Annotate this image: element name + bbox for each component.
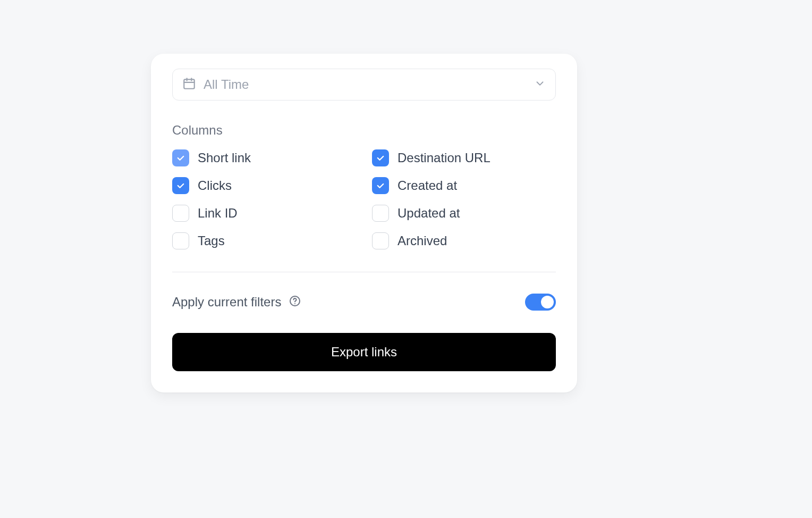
time-range-label: All Time (204, 77, 527, 92)
checkbox[interactable] (172, 232, 189, 249)
columns-grid: Short linkDestination URLClicksCreated a… (172, 149, 556, 249)
calendar-icon (182, 77, 196, 93)
column-label: Created at (397, 178, 457, 193)
column-label: Link ID (198, 206, 238, 221)
filters-toggle[interactable] (525, 294, 556, 311)
column-label: Short link (198, 151, 251, 165)
checkbox[interactable] (372, 205, 389, 222)
filters-label-group: Apply current filters (172, 295, 301, 310)
divider (172, 272, 556, 272)
column-label: Destination URL (397, 151, 490, 165)
filters-label: Apply current filters (172, 295, 281, 310)
checkbox[interactable] (372, 149, 389, 166)
column-checkbox-item[interactable]: Created at (372, 177, 556, 194)
svg-rect-0 (184, 79, 194, 88)
help-icon[interactable] (289, 295, 301, 310)
column-checkbox-item[interactable]: Tags (172, 232, 356, 249)
toggle-knob (541, 296, 554, 308)
time-range-select[interactable]: All Time (172, 69, 556, 101)
checkbox[interactable] (372, 177, 389, 194)
chevron-down-icon (534, 78, 546, 91)
column-checkbox-item[interactable]: Archived (372, 232, 556, 249)
column-label: Clicks (198, 178, 232, 193)
columns-section-label: Columns (172, 123, 556, 138)
export-button[interactable]: Export links (172, 333, 556, 371)
checkbox[interactable] (172, 205, 189, 222)
check-icon (376, 181, 385, 190)
column-label: Tags (198, 233, 225, 248)
check-icon (176, 153, 185, 163)
check-icon (376, 153, 385, 163)
column-checkbox-item[interactable]: Link ID (172, 205, 356, 222)
column-label: Updated at (397, 206, 460, 221)
export-modal: All Time Columns Short linkDestination U… (151, 54, 577, 392)
checkbox[interactable] (172, 149, 189, 166)
checkbox[interactable] (372, 232, 389, 249)
checkbox[interactable] (172, 177, 189, 194)
filters-row: Apply current filters (172, 294, 556, 311)
column-checkbox-item[interactable]: Updated at (372, 205, 556, 222)
column-checkbox-item[interactable]: Short link (172, 149, 356, 166)
column-label: Archived (397, 233, 447, 248)
svg-point-5 (294, 303, 295, 304)
column-checkbox-item[interactable]: Clicks (172, 177, 356, 194)
column-checkbox-item[interactable]: Destination URL (372, 149, 556, 166)
check-icon (176, 181, 185, 190)
